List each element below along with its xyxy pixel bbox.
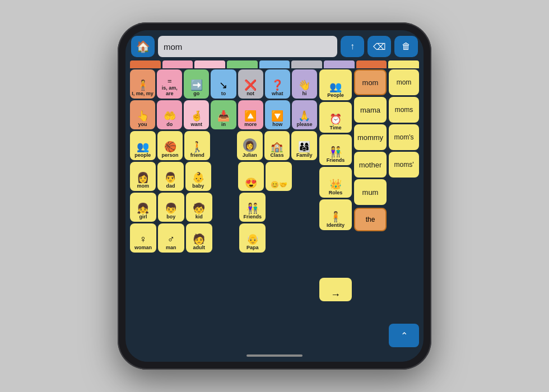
cell-empty-1	[212, 131, 235, 160]
keyboard-row-1: 🧍 I, me, my = is, am, are ➡️ go ↘ to	[130, 69, 317, 99]
color-tab-green[interactable]	[227, 60, 258, 68]
home-indicator-bar	[246, 354, 303, 357]
keyboard-row-4: 👩 mom 👨 dad 👶 baby 😍	[130, 162, 317, 191]
cell-emoji1[interactable]: 😍	[238, 162, 264, 191]
text-value: mom	[164, 42, 182, 52]
cell-empty-6	[293, 193, 317, 222]
cell-class[interactable]: 🏫 Class	[264, 131, 290, 160]
cell-girl[interactable]: 👧 girl	[130, 193, 156, 222]
cell-papa[interactable]: 👴 Papa	[239, 223, 266, 253]
cell-go[interactable]: ➡️ go	[184, 69, 209, 99]
suggestion-mother[interactable]: mother	[354, 152, 387, 178]
color-tab-purple[interactable]	[324, 60, 355, 68]
cell-empty-9	[293, 223, 317, 253]
home-button[interactable]: 🏠	[131, 36, 155, 57]
cell-person[interactable]: 🏀 person	[157, 131, 183, 160]
cell-not[interactable]: ❌ not	[238, 69, 263, 99]
color-tab-orange[interactable]	[130, 60, 161, 68]
cell-woman[interactable]: ♀ woman	[130, 223, 156, 253]
main-keyboard-grid: 🧍 I, me, my = is, am, are ➡️ go ↘ to	[130, 69, 317, 347]
cell-family[interactable]: 👨‍👩‍👧 Family	[291, 131, 317, 160]
cell-how[interactable]: 🔽 how	[265, 100, 290, 129]
cell-i-me-my[interactable]: 🧍 I, me, my	[130, 69, 155, 99]
category-column: 👥 People ⏰ Time 👫 Friends 👑 Roles 🧍	[319, 69, 352, 347]
left-suggestions: mom mama mommy mother mum the	[354, 69, 387, 347]
share-button[interactable]: ↑	[341, 36, 364, 57]
cell-empty-3	[294, 162, 317, 191]
cell-empty-5	[267, 193, 291, 222]
cell-friends-cat[interactable]: 👫 Friends	[319, 134, 352, 165]
cell-people[interactable]: 👥 people	[130, 131, 156, 160]
cell-friends2[interactable]: 👫 Friends	[239, 193, 266, 222]
cell-arrow-right[interactable]: →	[319, 278, 352, 301]
text-input-bar[interactable]: mom	[158, 36, 337, 57]
keyboard-row-6: ♀ woman ♂ man 🧑 adult 👴 Papa	[130, 223, 317, 253]
keyboard-row-3: 👥 people 🏀 person 🚶 friend 👩 Julian	[130, 131, 317, 160]
cell-want[interactable]: 🤞 want	[184, 100, 209, 129]
cell-dad[interactable]: 👨 dad	[157, 162, 183, 191]
cell-adult[interactable]: 🧑 adult	[186, 223, 212, 253]
suggestion-moms-end-apostrophe[interactable]: moms'	[389, 152, 419, 178]
right-suggestions: mom moms mom's moms' ⌃	[389, 69, 419, 347]
cell-baby[interactable]: 👶 baby	[185, 162, 211, 191]
cell-is-am-are[interactable]: = is, am, are	[157, 69, 182, 99]
color-tab-yellow[interactable]	[388, 60, 419, 68]
top-bar: 🏠 mom ↑ ⌫ 🗑	[125, 30, 424, 60]
cell-empty-8	[267, 223, 291, 253]
suggestion-mom[interactable]: mom	[354, 69, 387, 95]
cell-boy[interactable]: 👦 boy	[158, 193, 184, 222]
suggestion-mom2[interactable]: mom	[389, 69, 419, 95]
cell-people-cat[interactable]: 👥 People	[319, 69, 352, 100]
cell-julian[interactable]: 👩 Julian	[237, 131, 263, 160]
backspace-button[interactable]: ⌫	[367, 36, 391, 57]
cell-time-cat[interactable]: ⏰ Time	[319, 102, 352, 133]
phone-screen: 🏠 mom ↑ ⌫ 🗑	[125, 30, 424, 362]
cell-empty-2	[213, 162, 236, 191]
cell-roles-cat[interactable]: 👑 Roles	[319, 167, 352, 198]
suggestion-mommy[interactable]: mommy	[354, 124, 387, 150]
trash-button[interactable]: 🗑	[394, 36, 418, 57]
color-tab-pink-light[interactable]	[194, 60, 225, 68]
home-indicator	[125, 349, 424, 362]
color-tab-gray[interactable]	[291, 60, 322, 68]
cell-hi[interactable]: 👋 hi	[292, 69, 317, 99]
cell-to[interactable]: ↘ to	[211, 69, 236, 99]
cell-more[interactable]: 🔼 more	[238, 100, 263, 129]
color-tab-pink[interactable]	[162, 60, 193, 68]
keyboard-row-2: 👆 you 🤲 do 🤞 want 📥 in	[130, 100, 317, 129]
keyboard-row-5: 👧 girl 👦 boy 🧒 kid 👫 Friends	[130, 193, 317, 222]
cell-identity-cat[interactable]: 🧍 Identity	[319, 199, 352, 230]
suggestion-moms-apostrophe[interactable]: mom's	[389, 124, 419, 150]
cell-emoji2[interactable]: 😊🤝	[266, 162, 291, 191]
cell-what[interactable]: ❓ what	[265, 69, 290, 99]
color-tab-blue[interactable]	[259, 60, 290, 68]
cell-empty-7	[214, 223, 238, 253]
suggestion-mum[interactable]: mum	[354, 179, 387, 205]
cell-kid[interactable]: 🧒 kid	[186, 193, 212, 222]
cell-do[interactable]: 🤲 do	[157, 100, 182, 129]
cell-please[interactable]: 🙏 please	[292, 100, 317, 129]
cell-empty-4	[214, 193, 238, 222]
cell-you[interactable]: 👆 you	[130, 100, 155, 129]
color-tab-orange2[interactable]	[356, 60, 387, 68]
suggestion-mama[interactable]: mama	[354, 97, 387, 123]
cell-man[interactable]: ♂ man	[158, 223, 184, 253]
cell-mom[interactable]: 👩 mom	[130, 162, 156, 191]
collapse-button[interactable]: ⌃	[389, 324, 419, 347]
cell-friend[interactable]: 🚶 friend	[184, 131, 210, 160]
cell-in[interactable]: 📥 in	[211, 100, 236, 129]
bottom-a-cell[interactable]: the	[354, 208, 387, 231]
suggestion-moms[interactable]: moms	[389, 97, 419, 123]
phone-frame: 🏠 mom ↑ ⌫ 🗑	[118, 22, 431, 370]
